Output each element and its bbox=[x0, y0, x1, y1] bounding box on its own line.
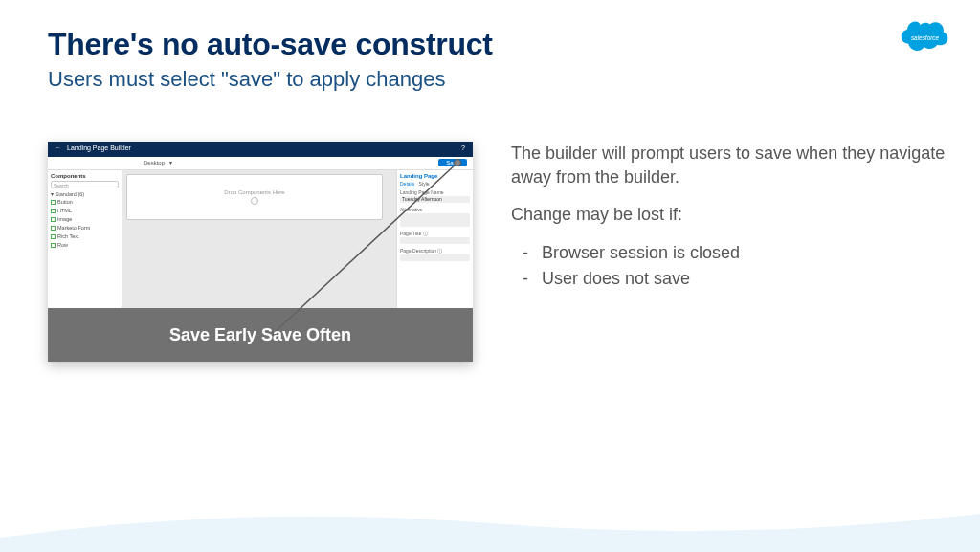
builder-title: Landing Page Builder bbox=[67, 144, 131, 151]
properties-tabs: Details Style bbox=[400, 181, 470, 187]
callout-band: Save Early Save Often bbox=[48, 308, 473, 362]
save-button[interactable]: Save bbox=[438, 159, 467, 166]
body-text: The builder will prompt users to save wh… bbox=[511, 142, 947, 293]
canvas-placeholder-text: Drop Components Here bbox=[224, 189, 284, 195]
builder-toolbar: Desktop ▾ Save bbox=[48, 157, 473, 170]
help-icon[interactable]: ? bbox=[461, 144, 465, 151]
footer-wave bbox=[0, 499, 980, 552]
body-p2: Change may be lost if: bbox=[511, 203, 947, 227]
search-input[interactable]: Search bbox=[51, 181, 119, 188]
component-item[interactable]: Rich Text bbox=[51, 233, 119, 239]
builder-body: Components Search ▾ Standard (6) Button … bbox=[48, 170, 473, 308]
field-label: Alternative bbox=[400, 207, 470, 212]
spinner-icon bbox=[251, 197, 258, 205]
component-item[interactable]: Row bbox=[51, 242, 119, 248]
list-item: Browser session is closed bbox=[542, 241, 947, 265]
slide-subtitle: Users must select "save" to apply change… bbox=[48, 67, 445, 92]
component-item[interactable]: Button bbox=[51, 199, 119, 205]
callout-text: Save Early Save Often bbox=[169, 325, 351, 345]
tab-style[interactable]: Style bbox=[418, 181, 429, 187]
alt-input[interactable] bbox=[400, 213, 470, 227]
canvas-dropzone[interactable]: Drop Components Here bbox=[126, 174, 383, 220]
list-item: User does not save bbox=[542, 267, 947, 291]
pagetitle-input[interactable] bbox=[400, 237, 470, 244]
field-label: Landing Page Name bbox=[400, 189, 470, 195]
component-group[interactable]: ▾ Standard (6) bbox=[51, 191, 119, 197]
component-item[interactable]: HTML bbox=[51, 208, 119, 213]
back-arrow-icon[interactable]: ← bbox=[54, 144, 61, 152]
components-panel: Components Search ▾ Standard (6) Button … bbox=[48, 170, 122, 308]
component-item[interactable]: Image bbox=[51, 216, 119, 222]
builder-screenshot: ← Landing Page Builder ? Desktop ▾ Save … bbox=[48, 142, 473, 362]
body-p1: The builder will prompt users to save wh… bbox=[511, 142, 947, 189]
components-heading: Components bbox=[51, 173, 119, 179]
component-item[interactable]: Marketo Form bbox=[51, 225, 119, 231]
properties-heading: Landing Page bbox=[400, 173, 470, 179]
field-label: Page Title ⓘ bbox=[400, 231, 470, 236]
device-selector[interactable]: Desktop ▾ bbox=[144, 159, 172, 166]
slide: There's no auto-save construct Users mus… bbox=[0, 0, 980, 552]
name-input[interactable]: Tuesday Afternoon bbox=[400, 196, 470, 203]
salesforce-logo: salesforce bbox=[899, 19, 951, 57]
builder-header: ← Landing Page Builder ? bbox=[48, 142, 473, 157]
properties-panel: Landing Page Details Style Landing Page … bbox=[396, 170, 473, 308]
tab-details[interactable]: Details bbox=[400, 181, 414, 188]
field-label: Page Description ⓘ bbox=[400, 248, 470, 254]
body-list: Browser session is closed User does not … bbox=[511, 241, 947, 291]
svg-text:salesforce: salesforce bbox=[911, 34, 940, 41]
slide-title: There's no auto-save construct bbox=[48, 27, 493, 62]
desc-input[interactable] bbox=[400, 254, 470, 261]
